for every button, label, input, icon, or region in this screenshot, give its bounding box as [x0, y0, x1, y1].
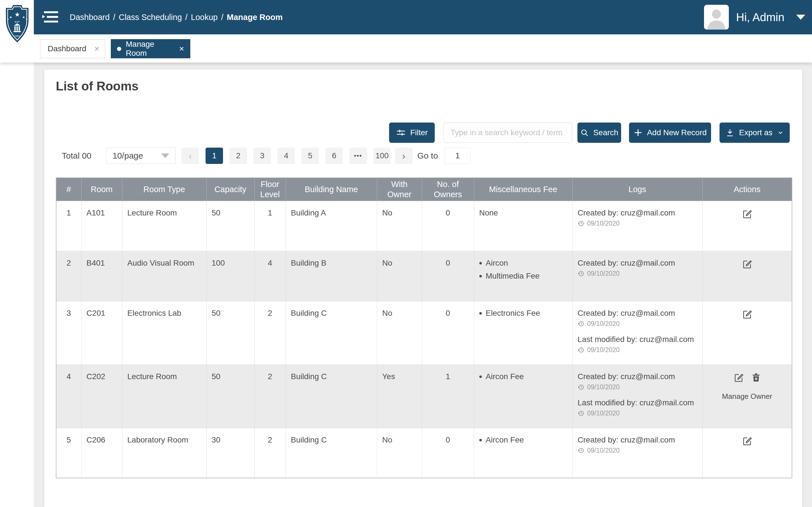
logo-star: ★ [14, 11, 20, 18]
breadcrumb-separator: / [113, 13, 115, 22]
cell-floor-level: 2 [254, 364, 286, 428]
cell-capacity: 50 [206, 301, 254, 364]
export-as-button[interactable]: Export as [719, 122, 790, 143]
bullet-icon [479, 312, 482, 315]
cell-with-owner: No [377, 251, 422, 301]
fee-text: Aircon [486, 259, 508, 268]
page-button-6[interactable]: 6 [325, 148, 343, 164]
created-date: 09/10/2020 [587, 220, 620, 227]
caret-down-icon[interactable] [796, 15, 805, 20]
filter-label: Filter [410, 128, 428, 137]
cell-room: A101 [81, 201, 122, 251]
cell-room: C206 [81, 428, 122, 478]
previous-page-button[interactable]: ‹ [182, 148, 199, 164]
download-icon [725, 128, 734, 137]
header-num: # [56, 178, 81, 201]
cell-capacity: 50 [206, 201, 254, 251]
created-date: 09/10/2020 [587, 383, 620, 391]
page-button-3[interactable]: 3 [253, 148, 271, 164]
header-with-owner: With Owner [377, 178, 422, 201]
tab-manage-room[interactable]: Manage Room × [111, 39, 190, 58]
cell-num-owners: 1 [422, 364, 474, 428]
tab-dashboard[interactable]: Dashboard × [40, 39, 105, 58]
cell-room: C202 [81, 364, 122, 428]
menu-unfold-icon[interactable] [42, 10, 58, 24]
filter-button[interactable]: Filter [389, 122, 435, 143]
cell-with-owner: Yes [377, 364, 422, 428]
bullet-icon [479, 262, 482, 265]
breadcrumb-separator: / [221, 13, 223, 22]
cell-building: Building C [286, 301, 377, 364]
search-label: Search [593, 128, 618, 137]
breadcrumb-class-scheduling[interactable]: Class Scheduling [119, 13, 182, 22]
add-new-record-button[interactable]: Add New Record [629, 122, 711, 143]
cell-room-type: Audio Visual Room [122, 251, 206, 301]
edit-button[interactable] [742, 209, 753, 220]
created-by: Created by: cruz@mail.com [578, 372, 697, 381]
created-by: Created by: cruz@mail.com [578, 309, 697, 318]
user-greeting: Hi, Admin [736, 11, 784, 24]
bullet-icon [479, 376, 482, 378]
delete-button[interactable] [751, 372, 761, 384]
edit-button[interactable] [742, 436, 753, 447]
cell-with-owner: No [377, 201, 422, 251]
top-navbar: Dashboard / Class Scheduling / Lookup / … [34, 0, 812, 34]
goto-page-label: Go to [417, 147, 438, 164]
bullet-icon [479, 275, 482, 277]
logo-year-text: 1951 [14, 35, 20, 38]
header-no-of-owners: No. of Owners [422, 178, 474, 201]
edit-button[interactable] [733, 372, 744, 384]
cell-num-owners: 0 [422, 251, 474, 301]
user-menu[interactable]: Hi, Admin [704, 0, 805, 34]
close-icon[interactable]: × [179, 44, 184, 54]
page-button-5[interactable]: 5 [301, 148, 319, 164]
tab-label: Manage Room [126, 40, 174, 58]
modified-date: 09/10/2020 [587, 346, 620, 354]
cell-actions [702, 201, 792, 251]
page-button-4[interactable]: 4 [277, 148, 295, 164]
cell-logs: Created by: cruz@mail.com 09/10/2020 [572, 251, 702, 301]
table-row: 1 A101 Lecture Room 50 1 Building A No 0… [56, 201, 792, 251]
search-input[interactable] [444, 122, 572, 143]
bullet-icon [479, 439, 482, 441]
breadcrumb-lookup[interactable]: Lookup [191, 13, 218, 22]
cell-num-owners: 0 [422, 201, 474, 251]
history-clock-icon [578, 220, 585, 227]
edit-icon [742, 436, 753, 446]
fee-text: Aircon Fee [486, 436, 524, 445]
edit-button[interactable] [742, 259, 753, 270]
table-row: 4 C202 Lecture Room 50 2 Building C Yes … [56, 364, 792, 428]
edit-icon [733, 372, 744, 383]
header-room: Room [81, 178, 122, 201]
header-room-type: Room Type [122, 178, 206, 201]
plus-icon [633, 128, 643, 137]
cell-logs: Created by: cruz@mail.com 09/10/2020 Las… [572, 301, 702, 364]
history-clock-icon [578, 410, 585, 416]
svg-text:★: ★ [9, 15, 12, 19]
total-count-label: Total 00 [62, 147, 91, 164]
manage-owner-link[interactable]: Manage Owner [722, 392, 772, 401]
edit-icon [742, 259, 753, 269]
edit-button[interactable] [742, 309, 753, 320]
cell-num: 1 [56, 201, 81, 251]
search-button[interactable]: Search [577, 122, 621, 143]
page-button-100[interactable]: 100 [373, 148, 391, 164]
tab-label: Dashboard [48, 44, 86, 53]
cell-floor-level: 4 [254, 251, 286, 301]
next-page-button[interactable]: › [395, 148, 412, 164]
breadcrumb-separator: / [185, 13, 188, 22]
breadcrumb-dashboard[interactable]: Dashboard [70, 13, 110, 22]
page-button-2[interactable]: 2 [230, 148, 247, 164]
select-caret-icon [161, 154, 169, 158]
table-row: 5 C206 Laboratory Room 30 2 Building C N… [56, 428, 792, 478]
chevron-down-icon [777, 129, 784, 136]
search-icon [580, 128, 589, 137]
page-ellipsis-button[interactable]: ••• [349, 148, 367, 164]
cell-floor-level: 1 [254, 201, 286, 251]
tab-bar: Dashboard × Manage Room × [0, 34, 812, 62]
page-size-select[interactable]: 10/page [106, 148, 175, 164]
goto-page-input[interactable] [445, 148, 470, 164]
cell-capacity: 100 [206, 251, 254, 301]
close-icon[interactable]: × [94, 44, 99, 54]
page-button-1[interactable]: 1 [206, 148, 223, 164]
